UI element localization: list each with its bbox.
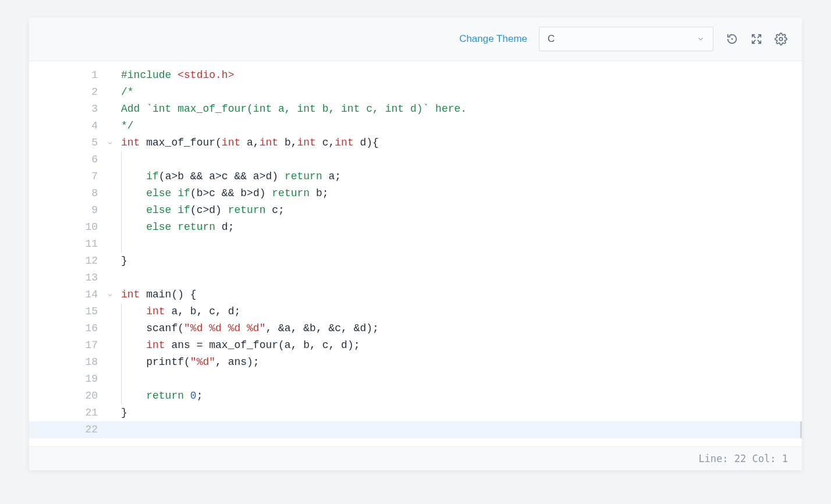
change-theme-link[interactable]: Change Theme [459,33,527,45]
token-op: ; [197,390,203,402]
line-number[interactable]: 4 [29,118,104,134]
code-text[interactable]: Add `int max_of_four(int a, int b, int c… [104,101,467,118]
code-text[interactable]: } [104,404,127,421]
line-number[interactable]: 8 [29,185,104,202]
chevron-down-icon [697,35,705,43]
token-kw: if [177,204,190,216]
code-line[interactable]: 13 [29,269,802,286]
line-number[interactable]: 2 [29,84,104,101]
line-number[interactable]: 13 [29,269,104,286]
code-editor[interactable]: 1#include <stdio.h>2/*3Add `int max_of_f… [29,61,802,446]
code-text[interactable]: /* [104,84,134,101]
code-line[interactable]: 22 [29,421,802,438]
line-number[interactable]: 5 [29,134,104,151]
code-line[interactable]: 8 else if(b>c && b>d) return b; [29,185,802,202]
token-op: b; [310,187,328,199]
code-text[interactable]: else if(c>d) return c; [104,202,285,219]
svg-point-0 [731,38,733,40]
code-line[interactable]: 16 scanf("%d %d %d %d", &a, &b, &c, &d); [29,320,802,337]
svg-point-5 [779,37,783,41]
token-type: int [146,306,165,317]
token-op [171,221,177,233]
language-select[interactable]: C [539,27,713,51]
indent-guide [121,185,122,202]
code-line[interactable]: 15 int a, b, c, d; [29,303,802,320]
code-text[interactable]: printf("%d", ans); [104,354,260,371]
line-number[interactable]: 16 [29,320,104,337]
token-op [121,339,146,351]
code-text[interactable]: #include <stdio.h> [104,67,234,84]
code-text[interactable]: } [104,253,127,269]
token-str: "%d %d %d %d" [184,322,265,334]
code-line[interactable]: 7 if(a>b && a>c && a>d) return a; [29,168,802,185]
code-editor-container: Change Theme C [29,17,802,470]
code-line[interactable]: 6 [29,151,802,168]
code-line[interactable]: 2/* [29,84,802,101]
token-type: int [222,137,240,148]
token-kw: else [146,204,171,216]
token-num: 0 [190,390,197,402]
code-text[interactable]: int ans = max_of_four(a, b, c, d); [104,337,360,354]
code-line[interactable]: 10 else return d; [29,219,802,236]
code-line[interactable]: 4*/ [29,118,802,134]
line-number[interactable]: 1 [29,67,104,84]
code-line[interactable]: 21} [29,404,802,421]
code-line[interactable]: 17 int ans = max_of_four(a, b, c, d); [29,337,802,354]
code-line[interactable]: 12} [29,253,802,269]
token-op: (b>c && b>d) [190,187,272,199]
indent-guide [121,354,122,371]
code-text[interactable]: */ [104,118,134,134]
line-number[interactable]: 6 [29,151,104,168]
line-number[interactable]: 15 [29,303,104,320]
code-line[interactable]: 3Add `int max_of_four(int a, int b, int … [29,101,802,118]
code-line[interactable]: 18 printf("%d", ans); [29,354,802,371]
line-number[interactable]: 3 [29,101,104,118]
code-line[interactable]: 5int max_of_four(int a,int b,int c,int d… [29,134,802,151]
line-number[interactable]: 9 [29,202,104,219]
token-op: () { [171,289,196,300]
token-kw: return [228,204,266,216]
code-line[interactable]: 19 [29,371,802,388]
token-fn: max_of_four [146,137,215,148]
token-op: } [121,407,127,418]
line-number[interactable]: 21 [29,404,104,421]
line-number[interactable]: 18 [29,354,104,371]
code-text[interactable]: else if(b>c && b>d) return b; [104,185,329,202]
code-line[interactable]: 14int main() { [29,286,802,303]
token-op: ans = max_of_four(a, b, c, d); [165,339,360,351]
language-select-value: C [548,33,555,45]
code-text[interactable]: int main() { [104,286,197,303]
token-kw: else [146,221,171,233]
line-number[interactable]: 10 [29,219,104,236]
line-number[interactable]: 22 [29,421,104,438]
code-text[interactable]: return 0; [104,388,203,404]
code-text[interactable]: int max_of_four(int a,int b,int c,int d)… [104,134,379,151]
line-number[interactable]: 7 [29,168,104,185]
token-op [121,204,146,216]
reset-icon[interactable] [725,32,739,46]
line-number[interactable]: 12 [29,253,104,269]
token-op [184,390,190,402]
code-text[interactable]: else return d; [104,219,234,236]
token-op [171,187,177,199]
line-number[interactable]: 14 [29,286,104,303]
indent-guide [121,219,122,236]
code-text[interactable]: if(a>b && a>c && a>d) return a; [104,168,341,185]
line-number[interactable]: 19 [29,371,104,388]
token-op [140,137,146,148]
code-line[interactable]: 11 [29,236,802,253]
code-text[interactable]: int a, b, c, d; [104,303,240,320]
code-line[interactable]: 20 return 0; [29,388,802,404]
code-line[interactable]: 9 else if(c>d) return c; [29,202,802,219]
code-text[interactable]: scanf("%d %d %d %d", &a, &b, &c, &d); [104,320,379,337]
code-line[interactable]: 1#include <stdio.h> [29,67,802,84]
token-op: b, [278,137,297,148]
gear-icon[interactable] [774,32,788,46]
token-kw: return [146,390,184,402]
line-number[interactable]: 11 [29,236,104,253]
line-number[interactable]: 20 [29,388,104,404]
fullscreen-icon[interactable] [750,32,763,46]
line-number[interactable]: 17 [29,337,104,354]
indent-guide [121,303,122,320]
token-op: scanf( [121,322,184,334]
